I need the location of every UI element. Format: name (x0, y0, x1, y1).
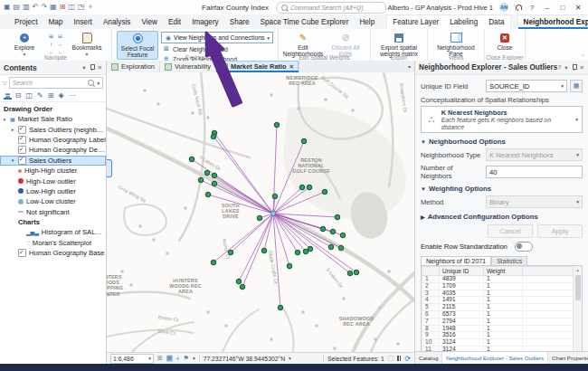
selection-box-icon[interactable]: ⬚ (388, 355, 394, 362)
cancel-button[interactable]: Cancel (488, 224, 533, 238)
map-canvas[interactable]: NEWBRIDGE REC AREAGolf Course SqSoapston… (107, 72, 414, 352)
neighbor-dot[interactable] (211, 134, 216, 139)
ribbon-tab[interactable]: Feature Layer (386, 14, 444, 29)
close-pane-icon[interactable]: ✕ (98, 64, 102, 71)
neighbor-dot[interactable] (212, 181, 217, 186)
neighbor-dot[interactable] (320, 226, 326, 232)
expander-icon[interactable]: ▸ (10, 127, 15, 132)
undo-icon[interactable]: ↶ (33, 4, 39, 11)
chevron-down-icon[interactable]: ▾ (289, 356, 291, 361)
neighbors-tab[interactable]: Neighbors of ID 2071 (421, 256, 491, 265)
selected-features-count[interactable]: Selected Features: 1 (327, 356, 384, 362)
neighbor-dot[interactable] (204, 170, 210, 176)
neighbor-dot[interactable] (212, 173, 217, 178)
chevron-down-icon[interactable]: ▾ (82, 64, 85, 71)
ribbon-tab[interactable]: Neighborhood Explorer (517, 14, 588, 29)
contents-tree-item[interactable]: Human Geography Label (0, 135, 106, 145)
save-project-icon[interactable]: ▥ (23, 4, 30, 11)
neighbor-dot[interactable] (295, 250, 300, 255)
chevron-down-icon[interactable]: ▾ (564, 64, 567, 71)
neighborhood-type-dropdown[interactable]: K Nearest Neighbors▾ (486, 148, 583, 161)
clear-neighborhood-button[interactable]: ⊠ Clear Neighborhood (161, 44, 273, 53)
pane-bottom-tab[interactable]: Catalog (415, 352, 442, 364)
pin-icon[interactable]: ⚬ (87, 4, 93, 11)
table-row[interactable]: 665731 (422, 310, 574, 318)
weighting-options-section[interactable]: ▼ Weighting Options (421, 185, 583, 193)
tab-list-chevron-icon[interactable]: ▾ (408, 61, 414, 72)
crosshair-icon[interactable]: + (176, 356, 180, 362)
bookmarks-button[interactable]: Bookmarks▾ (67, 31, 107, 57)
neighborhood-pane-button[interactable]: Neighborhood Pane (432, 31, 479, 58)
ribbon-tab[interactable]: View (136, 14, 163, 29)
list-by-labeling-icon[interactable]: ◈ (57, 91, 64, 100)
contents-tree-item[interactable]: Low-High outlier (0, 186, 106, 196)
layer-visibility-checkbox[interactable] (18, 249, 26, 257)
pause-drawing-icon[interactable] (397, 356, 401, 361)
contents-tree-item[interactable]: ▾ Sales Outliers (0, 156, 106, 166)
map-tool-icon[interactable]: ▦ (50, 4, 57, 11)
map-view-tab[interactable]: Exploration ✕ (107, 61, 160, 72)
new-project-icon[interactable]: ▣ (4, 4, 11, 11)
pin-icon[interactable] (90, 64, 94, 71)
contents-search-input[interactable]: Search ▾ (9, 77, 103, 89)
contents-tree-item[interactable]: Human Geography Detail (0, 145, 106, 155)
map-overlay-tab[interactable] (107, 159, 112, 177)
list-by-data-source-icon[interactable]: ⊟ (14, 91, 23, 100)
expander-icon[interactable]: ▾ (10, 157, 15, 163)
apply-button[interactable]: Apply (537, 224, 583, 238)
table-row[interactable]: 935161 (422, 332, 574, 339)
contents-tree-item[interactable]: Charts (0, 217, 106, 227)
table-row[interactable]: 148391 (422, 276, 574, 283)
neighbor-dot[interactable] (354, 270, 359, 275)
table-row[interactable]: 340351 (422, 290, 574, 297)
chevron-down-icon[interactable]: ▾ (193, 356, 195, 361)
export-spatial-weights-button[interactable]: Export spatial weights matrix (375, 31, 422, 58)
ribbon-tab[interactable]: Project (9, 14, 43, 29)
view-neighbors-dropdown[interactable]: ◉ View Neighbors and Connections ▾ (161, 32, 273, 43)
table-row[interactable]: 414911 (422, 297, 574, 304)
neighbor-dot[interactable] (211, 260, 216, 265)
contents-tree-item[interactable]: High-High cluster (0, 166, 106, 176)
row-standardization-toggle[interactable] (515, 242, 533, 252)
toolbox-icon[interactable]: ◫ (68, 4, 75, 11)
explore-button[interactable]: + Explore▾ (5, 31, 44, 57)
filter-icon[interactable]: ▽ (3, 80, 7, 86)
neighbor-dot[interactable] (287, 263, 292, 269)
table-row[interactable]: 819481 (422, 325, 574, 332)
close-explorer-button[interactable]: ✕ Close (489, 31, 520, 51)
close-pane-icon[interactable]: ✕ (580, 64, 584, 71)
discard-all-edits-button[interactable]: ⊘ Discard All Edits (326, 31, 365, 58)
neighbor-dot[interactable] (330, 229, 336, 234)
neighbor-dot[interactable] (189, 157, 194, 162)
list-by-editing-icon[interactable]: ✎ (36, 91, 44, 100)
conceptualization-dropdown[interactable]: ∴ K Nearest Neighbors Each feature gets … (421, 106, 583, 133)
add-bookmark-icon[interactable]: ⊞ (157, 355, 163, 362)
add-data-icon[interactable]: ⊞ (60, 4, 66, 11)
contents-tree-item[interactable]: Not significant (0, 207, 106, 217)
close-window-button[interactable]: ✕ (574, 4, 583, 12)
close-tab-icon[interactable]: ✕ (289, 63, 294, 71)
map-view-tab[interactable]: Vulnerability ✕ (160, 61, 216, 72)
neighbor-dot[interactable] (272, 194, 278, 199)
focal-feature-dot[interactable] (271, 212, 276, 216)
layer-visibility-checkbox[interactable] (18, 146, 26, 154)
more-options-icon[interactable]: ⋯ (68, 91, 77, 100)
contents-tree-item[interactable]: ∵ Moran's Scatterplot (0, 238, 106, 248)
neighbor-dot[interactable] (274, 122, 280, 128)
refresh-icon[interactable]: ⟳ (404, 355, 411, 363)
list-by-snapping-icon[interactable]: ⊞ (47, 91, 55, 100)
neighbor-dot[interactable] (236, 279, 242, 284)
avatar[interactable]: AN (499, 3, 508, 12)
unique-id-dropdown[interactable]: SOURCE_ID▾ (486, 80, 567, 92)
maximize-button[interactable]: □ (558, 4, 567, 12)
layer-visibility-checkbox[interactable] (18, 136, 26, 144)
neighbor-dot[interactable] (257, 215, 262, 221)
contents-tree-item[interactable]: Low-Low cluster (0, 196, 106, 206)
table-row[interactable]: 521151 (422, 304, 574, 311)
neighbor-dot[interactable] (278, 305, 283, 310)
neighbor-dot[interactable] (340, 233, 346, 238)
pane-bottom-tab[interactable]: Neighborhood Explorer - Sales Outliers (442, 351, 548, 364)
contents-tree-item[interactable]: High-Low outlier (0, 176, 106, 186)
neighbor-dot[interactable] (308, 246, 313, 252)
layer-visibility-checkbox[interactable] (18, 126, 26, 134)
